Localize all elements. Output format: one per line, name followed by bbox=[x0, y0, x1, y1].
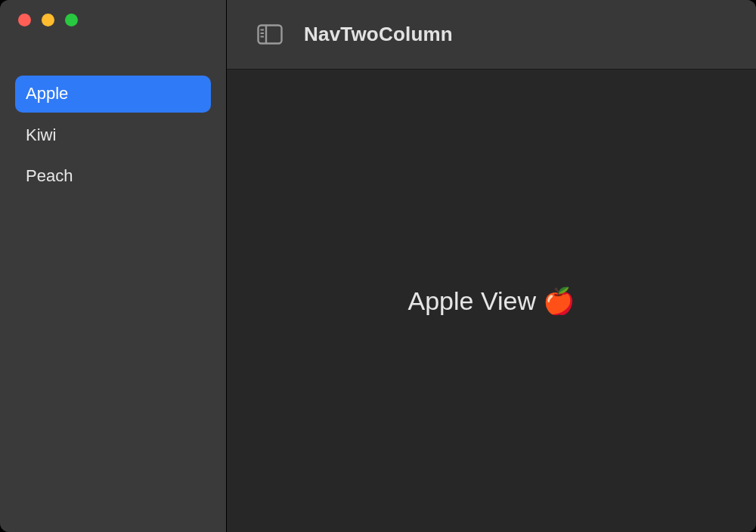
detail-text: Apple View 🍎 bbox=[408, 286, 575, 316]
fullscreen-window-button[interactable] bbox=[65, 14, 78, 26]
toolbar: NavTwoColumn bbox=[227, 0, 756, 70]
sidebar-item-label: Peach bbox=[26, 166, 73, 185]
window-controls bbox=[0, 0, 226, 39]
sidebar-item-apple[interactable]: Apple bbox=[15, 76, 211, 113]
close-window-button[interactable] bbox=[18, 14, 31, 26]
minimize-window-button[interactable] bbox=[42, 14, 54, 26]
sidebar: Apple Kiwi Peach bbox=[0, 0, 227, 532]
sidebar-item-kiwi[interactable]: Kiwi bbox=[15, 117, 211, 154]
sidebar-item-label: Kiwi bbox=[26, 125, 56, 144]
sidebar-toggle-icon[interactable] bbox=[257, 24, 283, 45]
sidebar-list: Apple Kiwi Peach bbox=[0, 39, 226, 195]
detail-view: Apple View 🍎 bbox=[227, 70, 756, 532]
sidebar-item-label: Apple bbox=[26, 84, 68, 103]
svg-rect-0 bbox=[259, 26, 282, 44]
window-title: NavTwoColumn bbox=[304, 23, 453, 46]
sidebar-item-peach[interactable]: Peach bbox=[15, 158, 211, 195]
app-window: Apple Kiwi Peach NavTwoColumn bbox=[0, 0, 756, 532]
main-area: NavTwoColumn Apple View 🍎 bbox=[227, 0, 756, 532]
